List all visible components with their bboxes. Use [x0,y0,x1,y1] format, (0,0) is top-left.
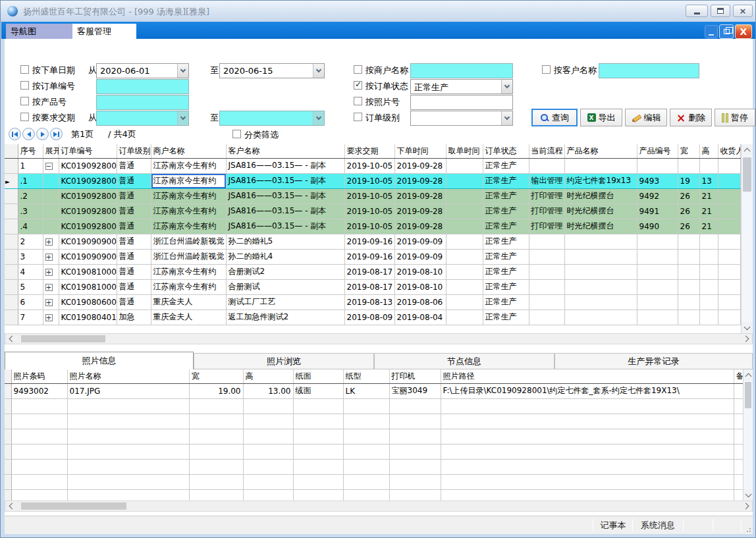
scrollbar-thumb[interactable] [745,382,751,408]
cell[interactable] [637,234,678,249]
cell[interactable]: 江苏南京今生有约 [151,264,226,279]
cell[interactable]: 9493002 [11,383,67,398]
chevron-down-icon[interactable] [501,111,512,125]
table-row[interactable]: 2+KC0190909002普通浙江台州温岭新视觉孙二的婚礼52019-09-1… [5,234,740,249]
cell[interactable]: KC0190928001 [59,188,117,203]
photo-horizontal-scrollbar[interactable] [5,500,753,512]
cell[interactable] [637,264,678,279]
order-no-input[interactable] [96,79,189,94]
close-button[interactable]: × [733,5,753,17]
cell[interactable]: 正常生产 [483,264,529,279]
cell[interactable]: 26 [678,219,699,234]
row-header[interactable] [5,294,18,309]
expand-icon[interactable]: + [45,314,53,321]
scrollbar-thumb[interactable] [743,157,751,192]
cell[interactable]: 江苏南京今生有约 [151,188,226,203]
row-header[interactable] [5,383,11,398]
cell[interactable]: KC0190928001 [59,173,117,188]
cell[interactable] [637,158,678,173]
filter-merchant-checkbox[interactable] [354,65,362,74]
column-header[interactable]: 产品编号 [637,144,678,158]
cell[interactable]: 19 [678,173,699,188]
row-header[interactable] [5,309,18,325]
cell[interactable]: 21 [699,203,718,219]
cell[interactable] [678,249,699,264]
scroll-left-icon[interactable] [5,501,16,511]
cell[interactable]: KC0190928001 [59,158,117,173]
order-status-combo[interactable]: 正常生产 [410,79,513,94]
row-header[interactable] [5,264,18,279]
due-date-to-combo[interactable] [219,111,325,126]
cell[interactable]: + [43,294,59,309]
cell[interactable] [699,264,718,279]
minimize-button[interactable] [686,5,708,17]
cell[interactable]: 普通 [117,234,151,249]
row-header[interactable]: ► [5,173,18,188]
cell[interactable] [678,234,699,249]
cell[interactable]: 017.JPG [67,383,189,398]
chevron-down-icon[interactable] [313,64,324,78]
cell[interactable]: 2019-08-13 [344,294,394,309]
cell[interactable]: JSA816——03.15— - 副本 [226,203,344,219]
cell[interactable]: 2019-09-16 [344,234,394,249]
tab-node-info[interactable]: 节点信息 [374,353,554,369]
cell[interactable]: KC0190909002 [59,234,117,249]
cell[interactable]: .4 [18,219,43,234]
cell[interactable] [529,294,564,309]
notepad-button[interactable]: 记事本 [595,516,632,534]
cell[interactable] [43,219,59,234]
cell[interactable]: + [43,234,59,249]
cell[interactable]: 2019-09-09 [394,249,446,264]
cell[interactable] [718,158,740,173]
cell[interactable] [529,309,564,325]
expand-icon[interactable]: + [45,238,53,246]
cell[interactable]: 19.00 [189,383,243,398]
table-row[interactable]: 1−KC0190928001普通江苏南京今生有约JSA816——03.15— -… [5,158,740,173]
cell[interactable]: 21 [699,219,718,234]
cell[interactable]: 2019-08-17 [344,279,394,294]
filter-product-no-checkbox[interactable] [20,97,29,105]
column-header[interactable]: 当前流程 [529,144,564,158]
order-date-from-combo[interactable]: 2020-06-01 [96,63,189,78]
row-header[interactable] [5,219,18,234]
cell[interactable]: 正常生产 [483,158,529,173]
cell[interactable]: .1 [18,173,43,188]
filter-customer-checkbox[interactable] [542,65,551,74]
cell[interactable]: 江苏南京今生有约 [151,203,226,219]
cell[interactable]: 2019-08-10 [394,279,446,294]
cell[interactable] [446,294,483,309]
column-header[interactable]: 取单时间 [446,144,483,158]
cell[interactable]: 普通 [117,203,151,219]
cell[interactable]: JSA816——03.15— - 副本 [226,188,344,203]
cell[interactable]: 正常生产 [483,188,529,203]
cell[interactable]: 4 [18,264,43,279]
row-header[interactable] [5,279,18,294]
cell[interactable]: 21 [699,188,718,203]
scroll-down-icon[interactable] [742,322,753,333]
cell[interactable]: 正常生产 [483,219,529,234]
column-header[interactable]: 展开 [43,144,59,158]
scroll-up-icon[interactable] [743,369,753,381]
cell[interactable]: 26 [678,188,699,203]
cell[interactable] [564,234,637,249]
cell[interactable] [637,279,678,294]
cell[interactable]: 普通 [117,188,151,203]
cell[interactable] [564,309,637,325]
cell[interactable] [734,383,743,398]
cell[interactable]: 普通 [117,158,151,173]
cell[interactable]: 江苏南京今生有约 [151,279,226,294]
tab-photo-info[interactable]: 照片信息 [5,352,194,369]
cell[interactable]: 打印管理 [529,188,564,203]
photo-vertical-scrollbar[interactable] [743,369,753,500]
column-header[interactable]: 序号 [18,144,43,158]
cell[interactable] [678,279,699,294]
product-no-input[interactable] [96,95,189,110]
column-header[interactable]: 宽 [678,144,699,158]
column-header[interactable]: 订单编号 [59,144,117,158]
cell[interactable]: 宝丽3049 [389,383,441,398]
pause-button[interactable]: 暂停 [715,109,755,126]
cell[interactable]: JSA816——03.15— - 副本 [226,158,344,173]
cell[interactable] [446,249,483,264]
column-header[interactable]: 纸面 [293,369,343,383]
cell[interactable]: 13.00 [243,383,293,398]
